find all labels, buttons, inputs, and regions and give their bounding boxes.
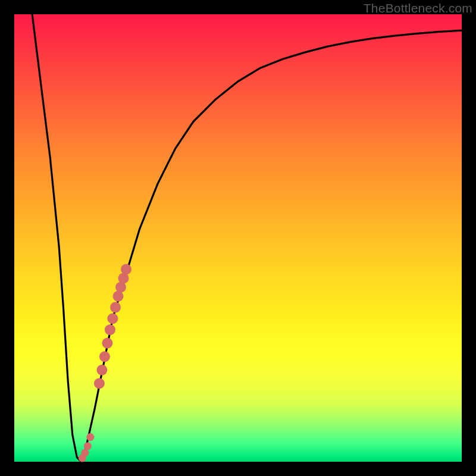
- bottleneck-curve-path: [32, 14, 462, 462]
- marker-dot: [107, 313, 118, 324]
- marker-dot: [86, 433, 94, 441]
- marker-dot: [81, 449, 89, 457]
- marker-dot: [121, 264, 131, 275]
- chart-frame: TheBottleneck.com: [0, 0, 476, 476]
- marker-dot: [110, 302, 121, 313]
- marker-dot: [84, 442, 92, 450]
- marker-dot: [94, 378, 105, 389]
- marker-dot: [99, 351, 110, 362]
- marker-dot: [105, 324, 115, 335]
- gradient-plot-area: [14, 14, 462, 462]
- watermark-text: TheBottleneck.com: [364, 1, 472, 15]
- marker-group: [79, 264, 131, 462]
- curve-layer: [14, 14, 462, 462]
- marker-dot: [96, 365, 107, 375]
- marker-dot: [102, 338, 112, 349]
